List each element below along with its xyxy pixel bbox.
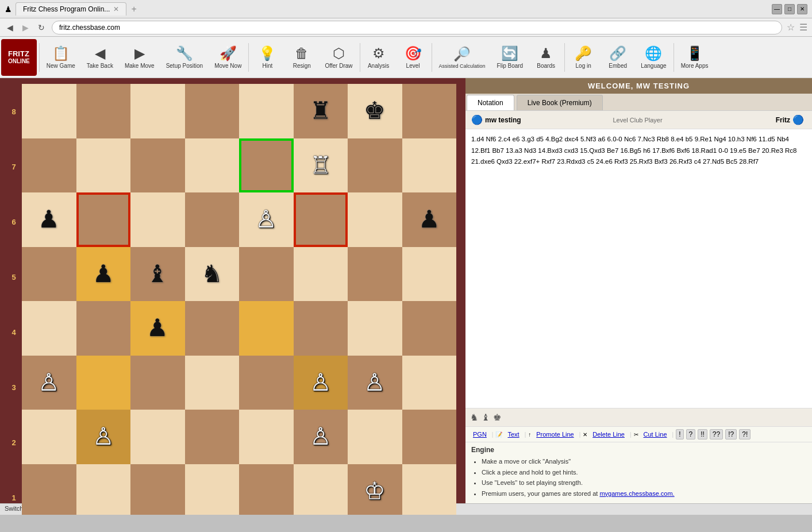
square-d4[interactable] — [185, 301, 240, 356]
square-a4[interactable] — [22, 301, 76, 356]
annot-interesting-button[interactable]: !? — [725, 429, 737, 440]
square-f2[interactable]: ♙ — [294, 410, 348, 464]
square-d3[interactable] — [185, 356, 240, 410]
square-f3[interactable]: ♙ — [294, 356, 348, 410]
address-input[interactable] — [52, 21, 782, 34]
square-c4[interactable]: ♟ — [130, 301, 185, 356]
square-b7[interactable] — [76, 138, 131, 193]
square-g5[interactable] — [348, 247, 402, 302]
square-e7[interactable] — [239, 138, 294, 193]
maximize-button[interactable]: □ — [784, 4, 795, 14]
promote-button[interactable]: Promote Line — [533, 430, 576, 439]
square-b5[interactable]: ♟ — [76, 247, 131, 302]
piece-WP-f2[interactable]: ♙ — [310, 425, 332, 449]
text-button[interactable]: Text — [505, 430, 522, 439]
square-b1[interactable] — [76, 464, 131, 515]
square-b4[interactable] — [76, 301, 131, 356]
square-e1[interactable] — [239, 464, 294, 515]
square-a7[interactable] — [22, 138, 76, 193]
square-a8[interactable] — [22, 84, 76, 138]
square-c3[interactable] — [130, 356, 185, 410]
piece-BP-a6[interactable]: ♟ — [38, 207, 60, 232]
back-button[interactable]: ◀ — [5, 22, 16, 33]
square-e4[interactable] — [239, 301, 294, 356]
square-g7[interactable] — [348, 138, 402, 193]
piece-BR-f8[interactable]: ♜ — [310, 99, 332, 123]
annot-dubious-button[interactable]: ?! — [739, 429, 751, 440]
annot-blunder-button[interactable]: ?? — [710, 429, 723, 440]
square-c1[interactable] — [130, 464, 185, 515]
piece-BN-d5[interactable]: ♞ — [201, 262, 223, 286]
new-game-button[interactable]: 📋 New Game — [41, 39, 81, 76]
square-f1[interactable] — [294, 464, 348, 515]
close-button[interactable]: ✕ — [797, 4, 807, 14]
square-e8[interactable] — [239, 84, 294, 138]
square-d7[interactable] — [185, 138, 240, 193]
square-h6[interactable]: ♟ — [402, 192, 457, 247]
assisted-calc-button[interactable]: 🔎 Assisted Calculation — [433, 39, 491, 76]
mygames-link[interactable]: mygames.chessbase.com. — [599, 490, 674, 497]
square-f8[interactable]: ♜ — [294, 84, 348, 138]
refresh-button[interactable]: ↻ — [36, 22, 47, 33]
square-h4[interactable] — [402, 301, 457, 356]
square-g2[interactable] — [348, 410, 402, 464]
square-h3[interactable] — [402, 356, 457, 410]
piece-BP-h6[interactable]: ♟ — [418, 207, 440, 232]
delete-button[interactable]: Delete Line — [590, 430, 628, 439]
setup-position-button[interactable]: 🔧 Setup Position — [160, 39, 209, 76]
square-a3[interactable]: ♙ — [22, 356, 76, 410]
annot-good-button[interactable]: ! — [676, 429, 683, 440]
square-c8[interactable] — [130, 84, 185, 138]
tab-close-icon[interactable]: ✕ — [113, 5, 119, 13]
bookmark-icon[interactable]: ☆ — [787, 22, 795, 33]
menu-icon[interactable]: ☰ — [799, 22, 807, 33]
forward-button[interactable]: ▶ — [20, 22, 31, 33]
piece-BB-c5[interactable]: ♝ — [147, 262, 168, 286]
square-e6[interactable]: ♙ — [239, 192, 294, 247]
square-g4[interactable] — [348, 301, 402, 356]
piece-BP-c4[interactable]: ♟ — [147, 316, 168, 340]
pgn-button[interactable]: PGN — [470, 430, 490, 439]
square-c7[interactable] — [130, 138, 185, 193]
square-d1[interactable] — [185, 464, 240, 515]
hint-button[interactable]: 💡 Hint — [250, 39, 284, 76]
square-f5[interactable] — [294, 247, 348, 302]
piece-WR-f7[interactable]: ♖ — [310, 153, 332, 178]
minimize-button[interactable]: — — [772, 4, 782, 14]
language-button[interactable]: 🌐 Language — [635, 39, 672, 76]
piece-WP-g3[interactable]: ♙ — [364, 371, 386, 395]
square-d2[interactable] — [185, 410, 240, 464]
piece-BK-g8[interactable]: ♚ — [364, 99, 386, 123]
piece-WP-a3[interactable]: ♙ — [38, 371, 60, 395]
square-h8[interactable] — [402, 84, 457, 138]
square-c5[interactable]: ♝ — [130, 247, 185, 302]
square-c2[interactable] — [130, 410, 185, 464]
cut-button[interactable]: Cut Line — [641, 430, 670, 439]
browser-tab[interactable]: Fritz Chess Program Onlin... ✕ — [16, 2, 126, 16]
tab-live-book[interactable]: Live Book (Premium) — [517, 95, 603, 110]
level-button[interactable]: 🎯 Level — [396, 39, 430, 76]
square-e5[interactable] — [239, 247, 294, 302]
square-b2[interactable]: ♙ — [76, 410, 131, 464]
square-f4[interactable] — [294, 301, 348, 356]
log-in-button[interactable]: 🔑 Log in — [566, 39, 601, 76]
square-g8[interactable]: ♚ — [348, 84, 402, 138]
square-b6[interactable] — [76, 192, 131, 247]
more-apps-button[interactable]: 📱 More Apps — [675, 39, 714, 76]
move-now-button[interactable]: 🚀 Move Now — [209, 39, 247, 76]
square-d6[interactable] — [185, 192, 240, 247]
square-a2[interactable] — [22, 410, 76, 464]
square-d5[interactable]: ♞ — [185, 247, 240, 302]
square-b3[interactable] — [76, 356, 131, 410]
flip-board-button[interactable]: 🔄 Flip Board — [491, 39, 529, 76]
resign-button[interactable]: 🗑 Resign — [284, 39, 319, 76]
square-h2[interactable] — [402, 410, 457, 464]
square-a1[interactable] — [22, 464, 76, 515]
annot-brilliant-button[interactable]: !! — [698, 429, 707, 440]
chess-board[interactable]: ♜♚♖♟♙♟♟♝♞♟♙♙♙♙♙♔ — [22, 84, 456, 515]
square-g3[interactable]: ♙ — [348, 356, 402, 410]
square-c6[interactable] — [130, 192, 185, 247]
square-h7[interactable] — [402, 138, 457, 193]
square-g6[interactable] — [348, 192, 402, 247]
square-b8[interactable] — [76, 84, 131, 138]
